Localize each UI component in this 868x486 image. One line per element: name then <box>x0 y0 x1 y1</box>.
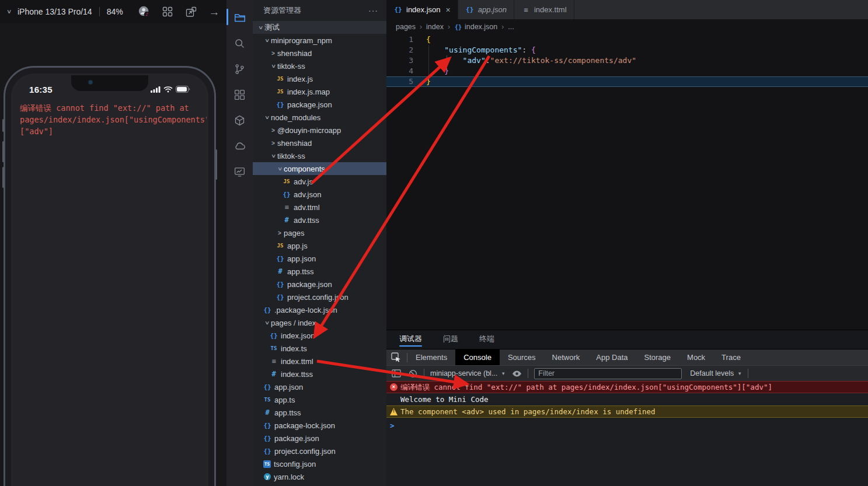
breadcrumb-item-item[interactable]: ... <box>508 23 514 31</box>
tree-item-package-json[interactable]: {}package.json <box>253 278 386 291</box>
console-row-warning[interactable]: !The component <adv> used in pages/index… <box>386 405 868 418</box>
tree-item-shenshiad[interactable]: >shenshiad <box>253 137 386 149</box>
eye-icon[interactable] <box>511 368 522 379</box>
device-dropdown-chevron-icon[interactable]: > <box>6 8 13 15</box>
tree-item-label: shenshiad <box>277 139 312 148</box>
devtools-tab-console[interactable]: Console <box>455 349 500 365</box>
devtools-tab-app-data[interactable]: App Data <box>588 349 636 365</box>
activity-item-search[interactable] <box>226 30 253 56</box>
editor-tab-index-ttml[interactable]: ≡index.ttml <box>514 0 574 19</box>
execution-context-select[interactable]: miniapp-service (bl...▼ <box>430 369 506 377</box>
devtools-tab-sources[interactable]: Sources <box>500 349 544 365</box>
account-avatar[interactable]: ♪ <box>138 5 151 18</box>
console-output: ×编译错误 cannot find "ext://" path at pages… <box>386 381 868 432</box>
tree-item-package-json[interactable]: {}package.json <box>253 98 386 111</box>
devtools-tab-mock[interactable]: Mock <box>679 349 713 365</box>
tree-item-douyin-microapp[interactable]: >@douyin-microapp <box>253 124 386 137</box>
zoom-level[interactable]: 84% <box>107 7 123 16</box>
tree-item-pages[interactable]: >pages <box>253 226 386 239</box>
tree-item-index-ttss[interactable]: #index.ttss <box>253 368 386 380</box>
panel-tab-问题[interactable]: 问题 <box>443 334 458 349</box>
clear-console-icon[interactable] <box>407 368 418 379</box>
close-tab-icon[interactable]: × <box>446 6 451 14</box>
chevron-down-icon: > <box>277 165 283 173</box>
tree-item-adv-js[interactable]: JSadv.js <box>253 175 386 188</box>
status-time: 16:35 <box>29 85 53 95</box>
tree-item-package-json[interactable]: {}package.json <box>253 432 386 445</box>
panel-tab-终端[interactable]: 终端 <box>479 334 494 349</box>
tree-item-adv-ttss[interactable]: #adv.ttss <box>253 214 386 226</box>
tree-item-index-ts[interactable]: TSindex.ts <box>253 342 386 355</box>
breadcrumb-item-pages[interactable]: pages <box>396 23 416 31</box>
forward-arrow-icon[interactable]: → <box>208 5 221 18</box>
editor-tab-index-json[interactable]: {}index.json× <box>386 0 458 19</box>
devtools-tab-elements[interactable]: Elements <box>407 349 455 365</box>
grid-view-icon[interactable] <box>161 5 174 18</box>
inspect-element-icon[interactable] <box>386 352 407 362</box>
tree-item-app-json[interactable]: {}app.json <box>253 380 386 393</box>
code-line-2[interactable]: 2"usingComponents": { <box>386 45 868 55</box>
panel-tab-调试器[interactable]: 调试器 <box>399 334 422 349</box>
activity-item-cloud[interactable] <box>226 133 253 159</box>
tree-item-miniprogram-npm[interactable]: >miniprogram_npm <box>253 34 386 47</box>
devtools-tab-storage[interactable]: Storage <box>636 349 679 365</box>
console-sidebar-toggle-icon[interactable] <box>391 368 402 379</box>
console-row-prompt[interactable]: > <box>386 418 868 432</box>
activity-item-extensions[interactable] <box>226 82 253 107</box>
device-selector[interactable]: iPhone 13/13 Pro/14 <box>18 7 92 16</box>
tree-item-app-ttss[interactable]: #app.ttss <box>253 406 386 419</box>
console-row-log[interactable]: Welcome to Mini Code <box>386 393 868 405</box>
tree-item-pages-index[interactable]: >pages / index <box>253 316 386 329</box>
breadcrumb-item-index-json[interactable]: {}index.json <box>454 23 497 31</box>
chevron-down-icon: > <box>257 23 264 32</box>
console-row-error[interactable]: ×编译错误 cannot find "ext://" path at pages… <box>386 381 868 393</box>
tree-item-tiktok-ss[interactable]: >tiktok-ss <box>253 149 386 162</box>
tree-item-index-js-map[interactable]: JSindex.js.map <box>253 85 386 98</box>
tree-item-测试[interactable]: >测试 <box>253 21 386 34</box>
tree-item-node-modules[interactable]: >node_modules <box>253 111 386 124</box>
activity-item-simulator[interactable] <box>226 159 253 184</box>
activity-item-package[interactable] <box>226 107 253 133</box>
console-filter-input[interactable] <box>534 368 682 379</box>
tree-item-project-config-json[interactable]: {}project.config.json <box>253 445 386 457</box>
code-line-5[interactable]: 5} <box>386 76 868 87</box>
tree-item-label: index.ts <box>281 344 307 353</box>
tab-label: app.json <box>478 5 507 14</box>
code-line-1[interactable]: 1{ <box>386 34 868 45</box>
devtools-tab-network[interactable]: Network <box>544 349 588 365</box>
tree-item-tiktok-ss[interactable]: >tiktok-ss <box>253 60 386 72</box>
activity-bar <box>226 0 253 486</box>
more-actions-icon[interactable]: ··· <box>368 6 378 15</box>
tree-item-label: package.json <box>287 280 332 289</box>
log-levels-select[interactable]: Default levels▼ <box>690 369 742 377</box>
ts-file-icon: TS <box>269 345 278 351</box>
tree-item-project-config-json[interactable]: {}project.config.json <box>253 291 386 303</box>
tree-item-package-lock-json[interactable]: {}.package-lock.json <box>253 303 386 316</box>
editor-tab-app-json[interactable]: {}app.json <box>458 0 514 19</box>
tree-item-index-json[interactable]: {}index.json <box>253 329 386 342</box>
code-line-3[interactable]: 3"adv":"ext://tiktok-ss/components/adv" <box>386 55 868 66</box>
activity-item-source-control[interactable] <box>226 56 253 82</box>
tree-item-tsconfig-json[interactable]: TStsconfig.json <box>253 457 386 470</box>
code-editor[interactable]: 1{2"usingComponents": {3"adv":"ext://tik… <box>386 34 868 330</box>
tree-item-index-ttml[interactable]: ≡index.ttml <box>253 355 386 368</box>
js-file-icon: JS <box>276 89 285 95</box>
tree-item-app-ttss[interactable]: #app.ttss <box>253 265 386 278</box>
tree-item-app-js[interactable]: JSapp.js <box>253 239 386 252</box>
json-file-icon: {} <box>276 101 285 109</box>
tree-item-app-ts[interactable]: TSapp.ts <box>253 393 386 406</box>
breadcrumb-item-index[interactable]: index <box>426 23 444 31</box>
tree-item-package-lock-json[interactable]: {}package-lock.json <box>253 419 386 432</box>
tree-item-yarn-lock[interactable]: yyarn.lock <box>253 470 386 483</box>
code-line-4[interactable]: 4} <box>386 66 868 76</box>
tree-item-index-js[interactable]: JSindex.js <box>253 72 386 85</box>
tree-item-shenshiad[interactable]: >shenshiad <box>253 47 386 60</box>
tree-item-components[interactable]: >components <box>253 162 386 175</box>
breadcrumb[interactable]: pages›index›{}index.json›... <box>386 19 868 34</box>
screenshot-export-icon[interactable] <box>184 5 197 18</box>
tree-item-adv-ttml[interactable]: ≡adv.ttml <box>253 201 386 214</box>
tree-item-adv-json[interactable]: {}adv.json <box>253 188 386 201</box>
tree-item-app-json[interactable]: {}app.json <box>253 252 386 265</box>
devtools-tab-trace[interactable]: Trace <box>713 349 749 365</box>
activity-item-explorer[interactable] <box>226 5 253 30</box>
